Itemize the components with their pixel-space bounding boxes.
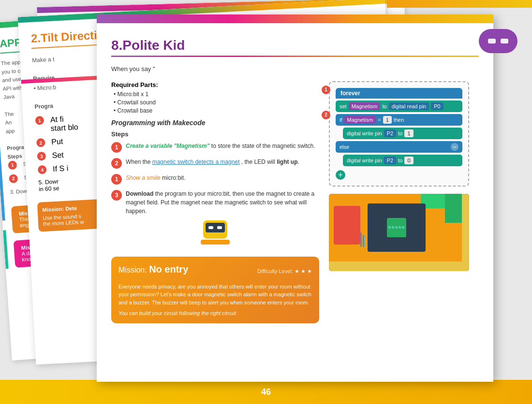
diagram-badge-1: 1 <box>322 86 330 94</box>
required-title: Required Parts: <box>111 81 319 88</box>
mission-box: Mission: No entry Difficulty Level: ★ ★ … <box>111 257 319 324</box>
tilt-step-num-1: 1 <box>35 116 44 125</box>
step2-normal1: When the <box>126 159 152 165</box>
page-number: 46 <box>261 387 271 397</box>
step-2: 2 When the magnetic switch detects a mag… <box>111 158 319 169</box>
wire-blue-1 <box>360 232 362 247</box>
app-step-num-1: 1 <box>8 160 17 170</box>
left-column: Required Parts: • Micro:bit x 1 • Crowta… <box>111 81 319 324</box>
step-num-3: 3 <box>111 190 122 201</box>
pin-p0: P0 <box>431 102 443 110</box>
diagram-badge-2: 2 <box>322 111 330 119</box>
step3-normal: the program to your micro:bit, then use … <box>126 190 314 215</box>
step-num-2: 2 <box>111 158 122 169</box>
pcb-red-component <box>334 206 360 245</box>
robot-eye-r <box>217 226 222 229</box>
diagram-num-badge-2: 2 <box>322 110 330 119</box>
pcb-bottom-connector <box>329 261 469 271</box>
robot-base <box>201 240 230 245</box>
pcb-led-grid <box>387 218 406 237</box>
step2-normal2: , the LED will light up. <box>241 159 299 165</box>
req-item-3: • Crowtail base <box>114 107 319 114</box>
two-col-layout: Required Parts: • Micro:bit x 1 • Crowta… <box>111 81 479 324</box>
mission-header: Mission: No entry Difficulty Level: ★ ★ … <box>118 264 312 279</box>
forever-label: forever <box>340 90 360 97</box>
tilt-step-num-3: 3 <box>37 152 46 161</box>
microbit-robot-icon <box>479 29 517 53</box>
top-accent-bar <box>387 0 532 8</box>
plus-btn[interactable]: + <box>336 170 345 180</box>
step2-highlight: magnetic switch detects a magnet <box>152 159 240 165</box>
digital-read-label: digital read pin <box>389 102 429 110</box>
robot-face <box>206 223 225 232</box>
page-wrapper: Menu ||| BBC 🔴micro:bit Difficulty Level… <box>0 0 532 404</box>
tilt-step-num-2: 2 <box>36 138 45 147</box>
show-smile-text-span: Show a smile <box>126 174 160 181</box>
set-label: set <box>340 103 347 109</box>
dw-label-1: digital write pin <box>347 130 382 136</box>
step-text-2: When the magnetic switch detects a magne… <box>126 158 299 166</box>
step1-normal: to store the state of the magnetic switc… <box>211 143 315 149</box>
if-label: if <box>340 117 342 123</box>
main-page: 8.Polite Kid When you say " Required Par… <box>97 14 493 382</box>
show-smile-step: 1 Show a smile micro:bit. <box>111 173 319 185</box>
req-item-2: • Crowtail sound <box>114 99 319 106</box>
step1-highlight: Create a variable "Magnetism" <box>126 143 209 149</box>
block-diagram-wrapper: 1 2 forever set <box>329 81 479 187</box>
mission-footer: You can build your circuit following the… <box>118 310 312 316</box>
val-1: 1 <box>383 116 392 124</box>
block-diagram: forever set Magnetism to digital read pi… <box>329 81 469 187</box>
to-label: to <box>382 103 386 109</box>
microbit-eye-right <box>501 39 508 43</box>
wire-blue-2 <box>363 235 364 247</box>
forever-block: forever <box>336 88 462 99</box>
nested-then: digital write pin P2 to 1 <box>343 128 462 139</box>
led-grid <box>388 226 405 229</box>
mission-text: Everyone needs privacy, are you annoyed … <box>118 283 312 307</box>
else-block: else − <box>336 141 462 153</box>
nested-else: digital write pin P2 to 0 <box>343 155 462 166</box>
step-1: 1 Create a variable "Magnetism" to store… <box>111 142 319 153</box>
programming-label: Programming with Makecode <box>111 119 319 127</box>
tilt-step-text-2: Put <box>51 137 63 146</box>
if-block: if Magnetism = 1 then <box>336 114 462 126</box>
step-num-1: 1 <box>111 142 122 153</box>
to-label-2: to <box>398 158 402 163</box>
diagram-num-badge-1: 1 <box>322 85 330 94</box>
val-zero: 0 <box>404 157 413 164</box>
mission-title: Mission: No entry <box>118 264 188 275</box>
magnetism-var: Magnetism <box>349 102 381 110</box>
app-step-num-2: 2 <box>9 174 18 183</box>
then-label: then <box>394 117 404 123</box>
digital-write-2: digital write pin P2 to 0 <box>343 155 462 166</box>
right-column: 1 2 forever set <box>329 81 479 324</box>
tilt-step-num-4: 4 <box>38 165 47 174</box>
else-label: else <box>340 144 349 150</box>
req-item-1: • Micro:bit x 1 <box>114 91 319 98</box>
pin-p2-2: P2 <box>384 157 396 164</box>
pin-p2-1: P2 <box>384 130 396 137</box>
robot-icon <box>198 220 232 249</box>
step-text-3: Download the program to your micro:bit, … <box>126 189 319 216</box>
equals-label: = <box>378 117 381 123</box>
plus-area: + <box>336 168 462 180</box>
show-smile-text: Show a smile micro:bit. <box>126 173 185 182</box>
pcb-screen <box>368 203 426 252</box>
polite-kid-underline <box>111 56 479 57</box>
robot-eye-l <box>208 226 213 229</box>
hardware-image <box>329 194 469 271</box>
digital-write-1: digital write pin P2 to 1 <box>343 128 462 139</box>
tilt-step-text-3: Set <box>52 151 64 160</box>
mission-title-bold: No entry <box>149 264 188 274</box>
pcb-side-connector <box>462 194 469 261</box>
polite-kid-title: 8.Polite Kid <box>111 38 479 53</box>
to-label-1: to <box>398 130 402 136</box>
programming-section: Programming with Makecode Steps 1 Create… <box>111 119 319 216</box>
main-page-content: 8.Polite Kid When you say " Required Par… <box>97 23 493 333</box>
mission-difficulty: Difficulty Level: ★ ★ ★ <box>257 268 312 274</box>
dw-label-2: digital write pin <box>347 158 382 163</box>
robot-area <box>111 220 319 249</box>
set-block: set Magnetism to digital read pin P0 <box>336 101 462 112</box>
sidebar-cyan <box>3 230 9 269</box>
required-parts: Required Parts: • Micro:bit x 1 • Crowta… <box>111 81 319 114</box>
